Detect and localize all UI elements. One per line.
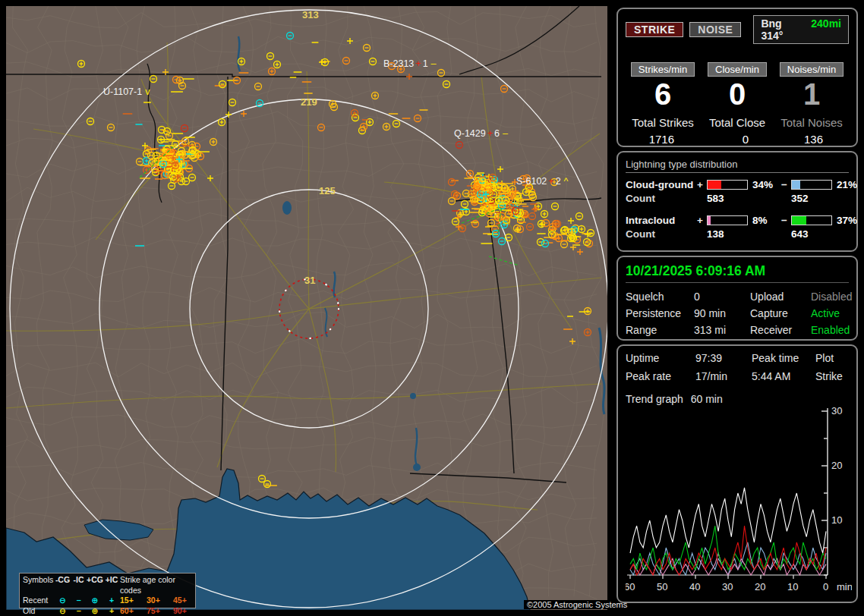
status-label-1r: Capture [750,307,811,319]
cg-positive-percent: 34% [749,179,781,190]
legend-row-label: Old [23,606,55,616]
cg-negative-bar [791,180,832,190]
strikes-per-min-column: Strikes/min 6 Total Strikes 1716 [626,62,700,146]
status-label-2r: Receiver [750,324,811,336]
ic-positive-bar [707,215,748,225]
ic-positive-percent: 8% [749,215,781,226]
plot-label: Plot [815,352,849,364]
total-close-value: 0 [700,133,774,146]
svg-text:10: 10 [831,514,842,526]
noise-toggle-button[interactable]: NOISE [689,22,741,37]
cg-count-label: Count [626,193,697,204]
status-label-1l: Persistence [626,307,694,319]
cloud-ground-label: Cloud-ground [626,179,697,190]
total-noises-value: 136 [774,133,849,146]
svg-text:20: 20 [831,460,842,471]
legend-age-90+: 90+ [173,606,198,616]
legend-age-15+: 15+ [120,596,147,606]
svg-text:219: 219 [301,96,317,108]
legend-symbol-icon: ⊖ [55,596,71,606]
total-strikes-value: 1716 [626,133,700,146]
status-label-0r: Upload [750,291,811,303]
svg-text:40: 40 [689,581,700,592]
legend-age-45+: 45+ [173,596,198,606]
total-strikes-label: Total Strikes [626,116,700,129]
strikes-per-min-button[interactable]: Strikes/min [631,62,695,77]
svg-text:31: 31 [304,275,315,286]
legend-row-label: Recent [23,596,55,606]
svg-text:10: 10 [787,581,798,592]
noises-per-min-button[interactable]: Noises/min [780,62,844,77]
legend-symbols-header: Symbols [23,575,55,596]
status-value-2l: 313 mi [694,324,750,336]
panel-status: 10/21/2025 6:09:16 AM Squelch 0 Upload D… [616,256,858,341]
status-label-2l: Range [626,324,694,336]
uptime-label: Uptime [626,352,695,364]
legend-symbol-icon: + [103,596,120,606]
ic-positive-count: 138 [707,228,749,240]
minus-sign: − [781,215,791,226]
noises-per-min-value: 1 [774,77,849,112]
legend-symbol-icon: ⊕ [87,606,103,616]
datetime-display: 10/21/2025 6:09:16 AM [626,263,849,283]
trend-graph: 1020306050403020100min [626,407,852,596]
plot-value[interactable]: Strike [815,370,849,382]
legend-col-+CG: +CG [87,575,103,596]
svg-text:min: min [837,581,852,592]
peak-time-value: 5:44 AM [752,370,815,382]
cg-positive-bar [707,180,748,190]
svg-text:S-6102+2^: S-6102+2^ [516,176,569,187]
ic-negative-percent: 37% [834,215,864,226]
bearing-value: Bng 314° [761,17,800,42]
minus-sign: − [781,179,791,190]
legend-col--CG: -CG [55,575,71,596]
ic-count-label: Count [626,228,697,240]
legend-age-30+: 30+ [147,596,173,606]
cg-negative-percent: 21% [834,179,864,190]
plus-sign: + [697,215,707,226]
svg-text:313: 313 [302,9,319,20]
total-noises-label: Total Noises [774,116,849,129]
status-value-2r: Enabled [811,324,852,336]
bearing-distance: 240mi [811,17,841,42]
ic-negative-bar [791,215,832,225]
uptime-value: 97:39 [695,352,752,364]
svg-text:60: 60 [626,581,635,592]
svg-text:20: 20 [755,581,765,592]
panel-session: Uptime 97:39 Peak time Plot Peak rate 17… [616,344,858,603]
status-value-1r: Active [811,307,852,319]
strikes-per-min-value: 6 [626,77,700,112]
legend-symbol-icon: + [103,606,120,616]
status-value-1l: 90 min [694,307,750,319]
map-canvas[interactable]: 31321912531 B-2313+1–U-1107-1vQ-1429+6–S… [6,6,607,610]
copyright-text: ©2005 Astrogenic Systems [524,600,630,609]
status-label-0l: Squelch [626,291,694,303]
cg-negative-count: 352 [791,193,834,204]
symbol-legend: Symbols-CG-IC+CG+ICStrike age color code… [19,573,196,608]
distribution-title: Lightning type distribution [626,159,849,173]
intracloud-label: Intracloud [626,215,697,226]
svg-text:30: 30 [831,407,842,416]
svg-text:50: 50 [657,581,667,592]
trend-graph-label: Trend graph [626,393,683,405]
close-per-min-button[interactable]: Close/min [708,62,767,77]
legend-age-header: Strike age color codes [120,575,198,596]
cg-positive-count: 583 [707,193,749,204]
noises-per-min-column: Noises/min 1 Total Noises 136 [774,62,849,146]
peak-time-label: Peak time [752,352,815,364]
legend-col--IC: -IC [71,575,87,596]
svg-text:0: 0 [823,581,828,592]
status-value-0r: Disabled [811,291,852,303]
total-close-label: Total Close [700,116,774,129]
strike-toggle-button[interactable]: STRIKE [626,22,683,37]
peak-rate-value: 17/min [695,370,752,382]
svg-text:125: 125 [319,185,336,196]
legend-symbol-icon: − [71,596,87,606]
trend-window-value[interactable]: 60 min [691,393,723,405]
svg-text:30: 30 [722,581,733,592]
close-per-min-column: Close/min 0 Total Close 0 [700,62,774,146]
map-viewport[interactable]: 31321912531 B-2313+1–U-1107-1vQ-1429+6–S… [6,6,607,610]
ic-negative-count: 643 [791,228,834,240]
close-per-min-value: 0 [700,77,774,112]
bearing-range-display: Bng 314° 240mi [753,15,849,44]
